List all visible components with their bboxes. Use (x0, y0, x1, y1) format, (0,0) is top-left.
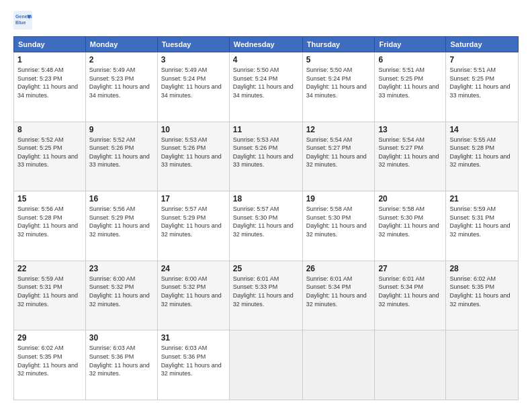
day-number: 4 (233, 55, 299, 64)
calendar-table: SundayMondayTuesdayWednesdayThursdayFrid… (13, 36, 519, 400)
day-detail: Sunrise: 5:49 AMSunset: 5:23 PMDaylight:… (89, 66, 150, 99)
day-detail: Sunrise: 5:59 AMSunset: 5:31 PMDaylight:… (449, 205, 510, 238)
calendar-week-1: 1Sunrise: 5:48 AMSunset: 5:23 PMDaylight… (14, 52, 519, 122)
day-number: 22 (17, 264, 82, 273)
day-number: 29 (17, 333, 82, 342)
day-detail: Sunrise: 5:49 AMSunset: 5:24 PMDaylight:… (161, 66, 222, 99)
day-detail: Sunrise: 5:56 AMSunset: 5:29 PMDaylight:… (89, 205, 150, 238)
day-detail: Sunrise: 5:59 AMSunset: 5:31 PMDaylight:… (17, 275, 78, 308)
calendar-cell: 4Sunrise: 5:50 AMSunset: 5:24 PMDaylight… (229, 52, 302, 122)
calendar-cell: 20Sunrise: 5:58 AMSunset: 5:30 PMDayligh… (375, 191, 446, 261)
logo-icon: General Blue (13, 11, 32, 30)
svg-text:Blue: Blue (15, 20, 26, 25)
day-number: 1 (17, 55, 82, 64)
day-number: 30 (89, 333, 154, 342)
calendar-cell: 30Sunrise: 6:03 AMSunset: 5:36 PMDayligh… (85, 330, 157, 400)
day-detail: Sunrise: 5:48 AMSunset: 5:23 PMDaylight:… (17, 66, 78, 99)
calendar-cell: 23Sunrise: 6:00 AMSunset: 5:32 PMDayligh… (85, 261, 157, 330)
day-number: 20 (378, 194, 442, 203)
day-detail: Sunrise: 6:02 AMSunset: 5:35 PMDaylight:… (17, 345, 78, 377)
day-number: 18 (233, 194, 299, 203)
calendar-cell: 12Sunrise: 5:54 AMSunset: 5:27 PMDayligh… (302, 122, 375, 191)
calendar-cell: 19Sunrise: 5:58 AMSunset: 5:30 PMDayligh… (302, 191, 375, 261)
day-detail: Sunrise: 5:51 AMSunset: 5:25 PMDaylight:… (378, 66, 439, 99)
col-header-thursday: Thursday (302, 37, 375, 52)
day-number: 2 (89, 55, 154, 64)
day-detail: Sunrise: 6:01 AMSunset: 5:34 PMDaylight:… (378, 275, 439, 308)
col-header-sunday: Sunday (14, 37, 86, 52)
day-detail: Sunrise: 5:53 AMSunset: 5:26 PMDaylight:… (233, 136, 294, 169)
col-header-monday: Monday (85, 37, 157, 52)
day-number: 6 (378, 55, 442, 64)
day-detail: Sunrise: 5:57 AMSunset: 5:30 PMDaylight:… (233, 205, 294, 238)
calendar-cell: 14Sunrise: 5:55 AMSunset: 5:28 PMDayligh… (446, 122, 519, 191)
day-number: 5 (306, 55, 371, 64)
page: General Blue SundayMondayTuesdayWednesda… (0, 0, 532, 411)
day-number: 10 (161, 125, 226, 134)
day-detail: Sunrise: 6:00 AMSunset: 5:32 PMDaylight:… (161, 275, 222, 308)
calendar-cell: 8Sunrise: 5:52 AMSunset: 5:25 PMDaylight… (14, 122, 86, 191)
col-header-tuesday: Tuesday (157, 37, 229, 52)
calendar-cell (229, 330, 302, 400)
day-number: 8 (17, 125, 82, 134)
calendar-cell: 2Sunrise: 5:49 AMSunset: 5:23 PMDaylight… (85, 52, 157, 122)
day-number: 26 (306, 264, 371, 273)
day-detail: Sunrise: 5:52 AMSunset: 5:25 PMDaylight:… (17, 136, 78, 169)
day-detail: Sunrise: 5:54 AMSunset: 5:27 PMDaylight:… (306, 136, 367, 169)
day-detail: Sunrise: 5:52 AMSunset: 5:26 PMDaylight:… (89, 136, 150, 169)
day-number: 11 (233, 125, 299, 134)
col-header-saturday: Saturday (446, 37, 519, 52)
calendar-week-4: 22Sunrise: 5:59 AMSunset: 5:31 PMDayligh… (14, 261, 519, 330)
calendar-cell: 15Sunrise: 5:56 AMSunset: 5:28 PMDayligh… (14, 191, 86, 261)
day-detail: Sunrise: 5:51 AMSunset: 5:25 PMDaylight:… (449, 66, 510, 99)
logo: General Blue (13, 11, 32, 30)
day-detail: Sunrise: 6:03 AMSunset: 5:36 PMDaylight:… (161, 345, 222, 377)
day-number: 16 (89, 194, 154, 203)
calendar-cell: 22Sunrise: 5:59 AMSunset: 5:31 PMDayligh… (14, 261, 86, 330)
day-detail: Sunrise: 6:03 AMSunset: 5:36 PMDaylight:… (89, 345, 150, 377)
day-detail: Sunrise: 5:57 AMSunset: 5:29 PMDaylight:… (161, 205, 222, 238)
calendar-cell: 26Sunrise: 6:01 AMSunset: 5:34 PMDayligh… (302, 261, 375, 330)
day-number: 3 (161, 55, 226, 64)
day-detail: Sunrise: 5:54 AMSunset: 5:27 PMDaylight:… (378, 136, 439, 169)
calendar-cell: 18Sunrise: 5:57 AMSunset: 5:30 PMDayligh… (229, 191, 302, 261)
calendar-cell: 1Sunrise: 5:48 AMSunset: 5:23 PMDaylight… (14, 52, 86, 122)
day-number: 9 (89, 125, 154, 134)
calendar-cell: 17Sunrise: 5:57 AMSunset: 5:29 PMDayligh… (157, 191, 229, 261)
day-detail: Sunrise: 6:02 AMSunset: 5:35 PMDaylight:… (449, 275, 510, 308)
calendar-cell (446, 330, 519, 400)
calendar-cell: 9Sunrise: 5:52 AMSunset: 5:26 PMDaylight… (85, 122, 157, 191)
day-number: 13 (378, 125, 442, 134)
day-detail: Sunrise: 6:01 AMSunset: 5:34 PMDaylight:… (306, 275, 367, 308)
day-number: 7 (449, 55, 515, 64)
day-detail: Sunrise: 5:50 AMSunset: 5:24 PMDaylight:… (306, 66, 367, 99)
day-number: 14 (449, 125, 515, 134)
calendar-cell: 31Sunrise: 6:03 AMSunset: 5:36 PMDayligh… (157, 330, 229, 400)
calendar-week-3: 15Sunrise: 5:56 AMSunset: 5:28 PMDayligh… (14, 191, 519, 261)
day-detail: Sunrise: 5:58 AMSunset: 5:30 PMDaylight:… (306, 205, 367, 238)
day-detail: Sunrise: 5:56 AMSunset: 5:28 PMDaylight:… (17, 205, 78, 238)
day-detail: Sunrise: 5:50 AMSunset: 5:24 PMDaylight:… (233, 66, 294, 99)
calendar-cell: 13Sunrise: 5:54 AMSunset: 5:27 PMDayligh… (375, 122, 446, 191)
calendar-cell: 5Sunrise: 5:50 AMSunset: 5:24 PMDaylight… (302, 52, 375, 122)
day-number: 28 (449, 264, 515, 273)
day-number: 23 (89, 264, 154, 273)
calendar-cell: 28Sunrise: 6:02 AMSunset: 5:35 PMDayligh… (446, 261, 519, 330)
day-number: 24 (161, 264, 226, 273)
calendar-cell: 27Sunrise: 6:01 AMSunset: 5:34 PMDayligh… (375, 261, 446, 330)
calendar-cell: 29Sunrise: 6:02 AMSunset: 5:35 PMDayligh… (14, 330, 86, 400)
day-detail: Sunrise: 6:00 AMSunset: 5:32 PMDaylight:… (89, 275, 150, 308)
day-number: 19 (306, 194, 371, 203)
day-number: 15 (17, 194, 82, 203)
calendar-cell: 7Sunrise: 5:51 AMSunset: 5:25 PMDaylight… (446, 52, 519, 122)
calendar-week-2: 8Sunrise: 5:52 AMSunset: 5:25 PMDaylight… (14, 122, 519, 191)
calendar-cell: 3Sunrise: 5:49 AMSunset: 5:24 PMDaylight… (157, 52, 229, 122)
calendar-cell: 21Sunrise: 5:59 AMSunset: 5:31 PMDayligh… (446, 191, 519, 261)
day-detail: Sunrise: 6:01 AMSunset: 5:33 PMDaylight:… (233, 275, 294, 308)
header: General Blue (13, 11, 519, 30)
calendar-cell (375, 330, 446, 400)
calendar-cell: 24Sunrise: 6:00 AMSunset: 5:32 PMDayligh… (157, 261, 229, 330)
calendar-week-5: 29Sunrise: 6:02 AMSunset: 5:35 PMDayligh… (14, 330, 519, 400)
day-number: 27 (378, 264, 442, 273)
day-number: 31 (161, 333, 226, 342)
